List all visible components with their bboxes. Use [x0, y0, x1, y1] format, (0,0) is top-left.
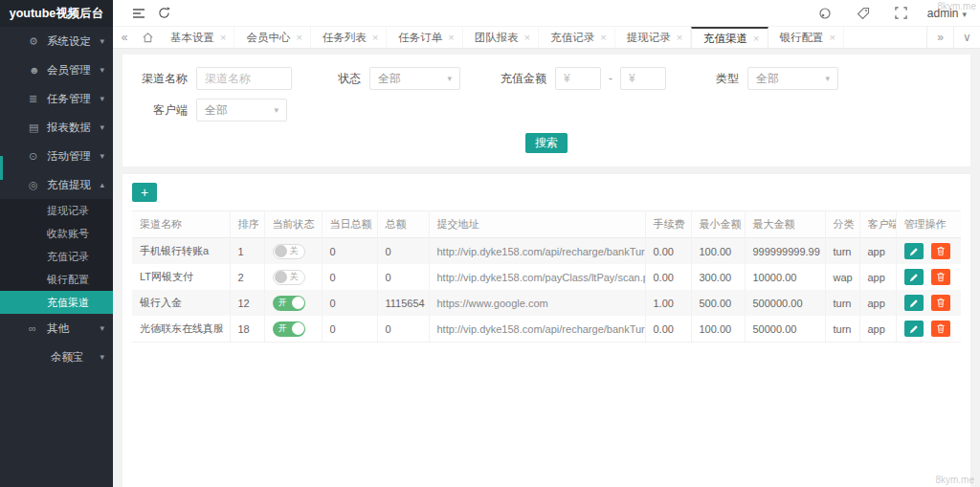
cell-status: 关	[264, 264, 322, 290]
tab[interactable]: 提现记录 ×	[615, 27, 691, 48]
theme-icon[interactable]	[813, 4, 837, 23]
close-icon[interactable]: ×	[600, 32, 606, 43]
close-icon[interactable]: ×	[220, 32, 226, 43]
close-icon[interactable]: ×	[524, 32, 530, 43]
type-select[interactable]: 全部	[747, 67, 838, 90]
close-icon[interactable]: ×	[677, 32, 682, 43]
tabs-menu-icon[interactable]: ∨	[953, 27, 980, 48]
sidebar-item-member-management[interactable]: ☻ 会员管理	[0, 55, 113, 84]
delete-button[interactable]	[931, 321, 950, 337]
edit-button[interactable]	[904, 295, 924, 311]
home-tab-icon[interactable]	[136, 27, 159, 48]
sidebar-item-system-settings[interactable]: ⚙ 系统设定	[0, 27, 113, 55]
edit-button[interactable]	[904, 269, 924, 285]
caret-down-icon	[962, 7, 967, 20]
edit-button[interactable]	[904, 243, 924, 259]
sidebar-item-other[interactable]: ∞ 其他	[0, 314, 113, 343]
tab[interactable]: 充值记录 ×	[539, 27, 614, 48]
search-button[interactable]: 搜索	[525, 133, 568, 153]
edit-button[interactable]	[904, 321, 924, 337]
sidebar-item-recharge-withdraw[interactable]: ◎ 充值提现	[0, 170, 113, 199]
tab[interactable]: 团队报表 ×	[463, 27, 539, 48]
cell-category: turn	[825, 290, 859, 316]
chevron-down-icon	[100, 352, 104, 362]
type-label: 类型	[716, 71, 739, 87]
add-channel-button[interactable]: +	[132, 183, 157, 202]
column-header: 排序	[230, 211, 264, 238]
table-header-row: 渠道名称排序当前状态当日总额总额提交地址手续费最小金额最大金额分类客户端管理操作	[132, 211, 961, 238]
tab[interactable]: 任务订单 ×	[387, 27, 462, 48]
cell-submit-url: http://vip.dyke158.com/api/recharge/bank…	[429, 316, 645, 343]
delete-icon	[936, 272, 946, 282]
tab[interactable]: 会员中心 ×	[234, 27, 310, 48]
delete-icon	[936, 323, 946, 334]
client-select[interactable]: 全部	[196, 99, 287, 122]
cell-channel-name: 光德联东在线真服	[132, 316, 230, 343]
delete-button[interactable]	[931, 243, 950, 259]
table-panel: + 渠道名称排序当前状态当日总额总额提交地址手续费最小金额最大金额分类客户端管理…	[122, 174, 970, 487]
tab[interactable]: 银行配置 ×	[768, 27, 844, 48]
sidebar-item-task-management[interactable]: ≣ 任务管理	[0, 84, 113, 113]
sidebar-subitem-withdraw-records[interactable]: 提现记录	[0, 199, 113, 222]
nav-item-icon: ∞	[29, 322, 43, 334]
tab-list: 基本设置 × 会员中心 × 任务列表 × 任务订单 × 团队报表 ×	[159, 27, 844, 48]
close-icon[interactable]: ×	[448, 32, 454, 43]
tabs-scroll-left-icon[interactable]: «	[113, 27, 136, 48]
edit-icon	[909, 273, 919, 282]
refresh-icon[interactable]	[151, 4, 176, 23]
channel-name-input[interactable]	[196, 67, 292, 90]
status-toggle[interactable]: 开	[273, 321, 305, 337]
sidebar-subitem-recharge-channels[interactable]: 充值渠道	[0, 291, 113, 314]
tabs-scroll-right-icon[interactable]: »	[926, 27, 953, 48]
cell-status: 开	[264, 316, 322, 343]
sidebar-scrollbar-thumb[interactable]	[0, 156, 3, 180]
sidebar-subitem-payee-accounts[interactable]: 收款账号	[0, 222, 113, 245]
sidebar-subitem-bank-config[interactable]: 银行配置	[0, 268, 113, 291]
status-toggle[interactable]: 关	[273, 270, 305, 285]
tab[interactable]: 基本设置 ×	[159, 27, 234, 48]
tab[interactable]: 充值渠道 ×	[691, 27, 768, 48]
nav-item-label: 余额宝	[51, 350, 84, 365]
delete-button[interactable]	[931, 269, 950, 285]
sidebar-subitem-recharge-records[interactable]: 充值记录	[0, 245, 113, 268]
nav-item-label: 任务管理	[47, 92, 91, 106]
close-icon[interactable]: ×	[753, 33, 759, 44]
fullscreen-icon[interactable]	[889, 4, 914, 23]
close-icon[interactable]: ×	[296, 32, 301, 43]
column-header: 管理操作	[896, 211, 961, 238]
user-name: admin	[927, 7, 959, 20]
toggle-knob	[292, 297, 304, 309]
amount-max-input[interactable]	[620, 67, 666, 90]
close-icon[interactable]: ×	[830, 32, 835, 43]
sidebar-item-report-data[interactable]: ▤ 报表数据	[0, 113, 113, 142]
cell-min-amount: 100.00	[691, 316, 745, 343]
delete-button[interactable]	[931, 295, 950, 311]
cell-sort: 12	[230, 290, 264, 316]
collapse-menu-icon[interactable]	[126, 4, 151, 23]
cell-fee: 0.00	[645, 316, 691, 343]
tab-bar: « 基本设置 × 会员中心 × 任务列表 × 任务订单	[113, 27, 980, 49]
status-toggle[interactable]: 关	[273, 244, 305, 259]
sidebar-item-activity-management[interactable]: ⊙ 活动管理	[0, 142, 113, 170]
cell-total: 0	[377, 264, 429, 290]
status-select[interactable]: 全部	[369, 67, 460, 90]
column-header: 客户端	[859, 211, 896, 238]
cell-actions	[896, 238, 961, 265]
amount-min-input[interactable]	[555, 67, 601, 90]
close-icon[interactable]: ×	[372, 32, 378, 43]
tab-label: 会员中心	[246, 31, 290, 45]
nav-item-label: 会员管理	[47, 63, 91, 77]
nav-item-icon: ◎	[29, 179, 43, 191]
channels-table: 渠道名称排序当前状态当日总额总额提交地址手续费最小金额最大金额分类客户端管理操作…	[132, 210, 961, 343]
sidebar-item-yuebao[interactable]: 余额宝	[0, 343, 113, 371]
手机银行转账a: 手机银行转账a 1 关 0 0 http://	[132, 238, 961, 265]
tag-icon[interactable]	[851, 4, 876, 23]
cell-day-total: 0	[322, 290, 377, 316]
tab[interactable]: 任务列表 ×	[311, 27, 387, 48]
cell-total: 0	[377, 316, 429, 343]
user-menu[interactable]: admin	[927, 7, 967, 20]
status-toggle[interactable]: 开	[273, 296, 305, 311]
filter-panel: 渠道名称 状态 全部 充值金额 - 类型 全部 客户端	[122, 55, 970, 166]
cell-category: turn	[825, 316, 859, 343]
channel-name-label: 渠道名称	[132, 71, 188, 87]
